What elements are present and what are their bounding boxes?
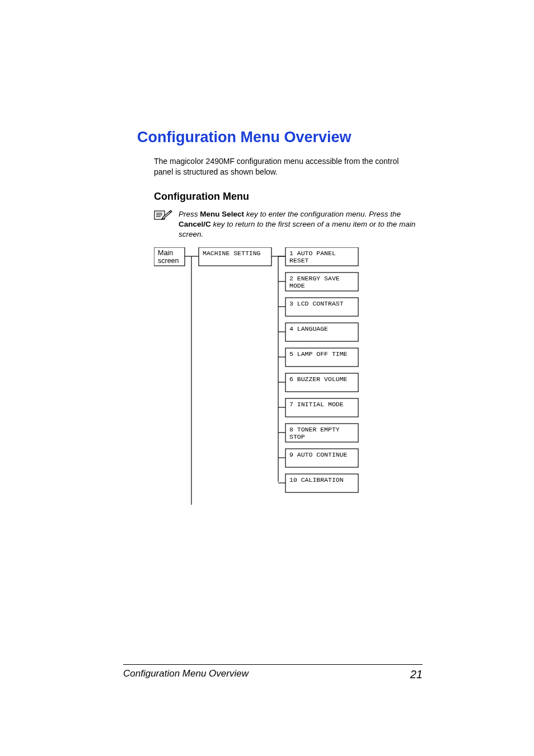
menu-item-line1: 7 INITIAL MODE (289, 401, 344, 408)
menu-item-line2: RESET (289, 257, 309, 264)
main-line2: screen (158, 257, 179, 265)
footer: Configuration Menu Overview 21 (123, 664, 423, 681)
main-line1: Main (158, 249, 173, 257)
menu-item-line1: 8 TONER EMPTY (289, 426, 340, 433)
note-text: Press Menu Select key to enter the confi… (179, 209, 423, 240)
page-title: Configuration Menu Overview (137, 129, 423, 146)
menu-item-line1: 9 AUTO CONTINUE (289, 451, 348, 458)
machine-setting-label: MACHINE SETTING (203, 250, 261, 257)
footer-title: Configuration Menu Overview (123, 668, 249, 681)
menu-item-line2: MODE (289, 282, 305, 289)
menu-item-line1: 10 CALIBRATION (289, 476, 344, 483)
menu-item-line1: 3 LCD CONTRAST (289, 300, 344, 307)
menu-item-line1: 4 LANGUAGE (289, 325, 328, 332)
menu-tree-diagram: Main screen MACHINE SETTING 1 AUTO PANEL… (154, 247, 428, 508)
note-part2: key to enter the configuration menu. Pre… (244, 210, 401, 218)
content-area: Configuration Menu Overview The magicolo… (137, 129, 423, 510)
footer-page-number: 21 (410, 668, 423, 681)
menu-item-line1: 5 LAMP OFF TIME (289, 350, 348, 358)
menu-item-line1: 1 AUTO PANEL (289, 250, 336, 257)
note-bold2: Cancel/C (179, 220, 211, 228)
menu-item-line1: 6 BUZZER VOLUME (289, 375, 348, 383)
note-part1: Press (179, 210, 200, 218)
note-block: Press Menu Select key to enter the confi… (154, 209, 423, 240)
menu-item-line2: STOP (289, 433, 305, 440)
intro-paragraph: The magicolor 2490MF configuration menu … (154, 156, 417, 177)
note-bold1: Menu Select (200, 210, 244, 218)
footer-rule (123, 664, 423, 665)
section-heading: Configuration Menu (154, 191, 423, 203)
note-part3: key to return to the first screen of a m… (179, 220, 415, 238)
pencil-note-icon (154, 209, 173, 222)
menu-items-group: 1 AUTO PANELRESET2 ENERGY SAVEMODE3 LCD … (278, 247, 358, 492)
menu-item-line1: 2 ENERGY SAVE (289, 275, 340, 282)
